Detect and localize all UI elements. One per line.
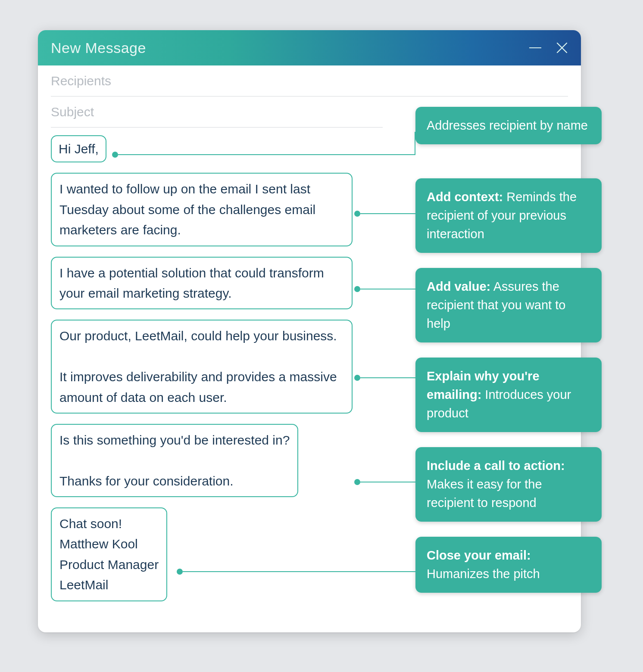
subject-input[interactable] <box>51 105 383 119</box>
connector-line-icon <box>415 132 415 155</box>
connector-dot-icon <box>112 152 118 158</box>
connector-dot-icon <box>177 569 183 575</box>
snippet-cta: Is this something you'd be interested in… <box>51 424 298 497</box>
callout-close: Close your email: Humanizes the pitch <box>415 537 602 593</box>
connector-dot-icon <box>354 479 360 485</box>
connector-dot-icon <box>354 375 360 381</box>
connector-dot-icon <box>354 211 360 217</box>
callout-context: Add context: Reminds the recipient of yo… <box>415 178 602 253</box>
window-title: New Message <box>51 40 146 56</box>
connector-dot-icon <box>354 286 360 292</box>
callout-value: Add value: Assures the recipient that yo… <box>415 268 602 342</box>
snippet-context: I wanted to follow up on the email I sen… <box>51 173 353 246</box>
callout-close-text: Humanizes the pitch <box>427 567 540 581</box>
snippet-explain: Our product, LeetMail, could help your b… <box>51 320 353 414</box>
callout-cta-text: Makes it easy for the recipient to respo… <box>427 477 542 510</box>
recipients-input[interactable] <box>51 74 568 88</box>
callout-cta-bold: Include a call to action: <box>427 459 565 473</box>
subject-row <box>51 96 383 128</box>
callout-context-bold: Add context: <box>427 190 503 204</box>
minimize-icon[interactable] <box>529 47 541 48</box>
snippet-value: I have a potential solution that could t… <box>51 257 353 310</box>
recipients-row <box>51 65 568 96</box>
close-icon[interactable] <box>556 42 568 54</box>
connector-line-icon <box>360 289 415 289</box>
callout-greeting-text: Addresses recipient by name <box>427 118 588 132</box>
connector-line-icon <box>118 154 415 155</box>
connector-line-icon <box>183 571 415 572</box>
callout-close-bold: Close your email: <box>427 548 531 562</box>
connector-line-icon <box>360 213 415 214</box>
snippet-close: Chat soon! Matthew Kool Product Manager … <box>51 507 167 601</box>
connector-line-icon <box>360 482 415 482</box>
callout-greeting: Addresses recipient by name <box>415 107 602 144</box>
snippet-greeting: Hi Jeff, <box>51 135 106 162</box>
connector-line-icon <box>360 377 415 378</box>
callout-explain: Explain why you're emailing: Introduces … <box>415 358 602 432</box>
callout-value-bold: Add value: <box>427 280 490 293</box>
title-bar: New Message <box>38 30 581 65</box>
callout-cta: Include a call to action: Makes it easy … <box>415 447 602 522</box>
